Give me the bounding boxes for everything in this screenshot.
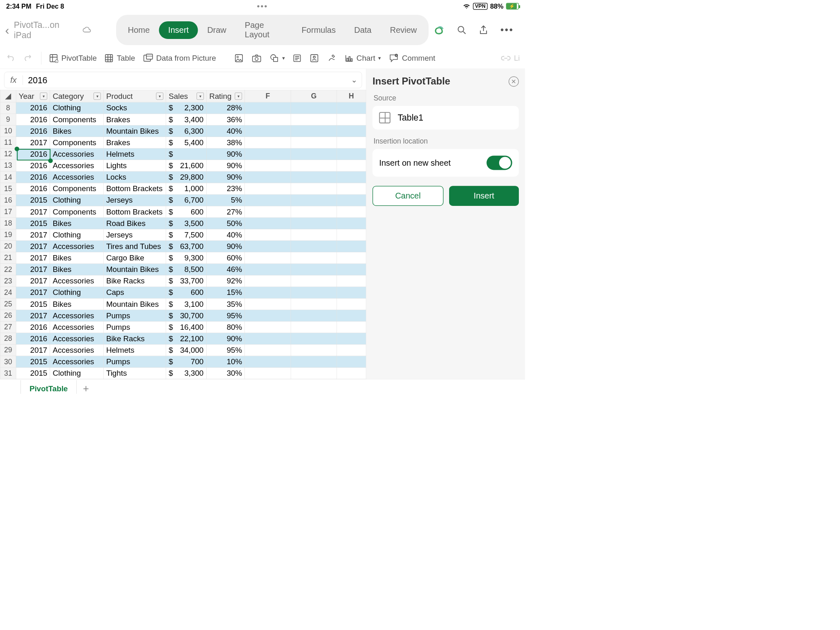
cell[interactable]: 2017 (16, 241, 50, 252)
cell[interactable] (291, 298, 337, 310)
close-icon[interactable]: ✕ (509, 76, 519, 87)
cell[interactable]: 40% (207, 125, 245, 137)
cell[interactable]: 2016 (16, 114, 50, 125)
cell[interactable]: Bikes (50, 125, 103, 137)
cell[interactable]: Jerseys (103, 194, 166, 206)
cell[interactable]: 30% (207, 368, 245, 379)
column-header-category[interactable]: Category▾ (50, 91, 103, 100)
cell[interactable]: $33,700 (166, 275, 207, 287)
cell[interactable] (337, 217, 366, 229)
shapes-button[interactable]: ▾ (269, 53, 285, 63)
cancel-button[interactable]: Cancel (372, 186, 443, 206)
cell[interactable] (245, 310, 291, 321)
cell[interactable] (245, 206, 291, 217)
column-header-product[interactable]: Product▾ (104, 91, 166, 100)
cell[interactable]: Clothing (50, 368, 103, 379)
cell[interactable]: 23% (207, 183, 245, 194)
cell[interactable]: Brakes (103, 137, 166, 148)
cell[interactable] (291, 287, 337, 298)
cell[interactable] (337, 310, 366, 321)
cell[interactable] (291, 125, 337, 137)
table-row[interactable]: 312015ClothingTights$3,30030% (0, 368, 366, 379)
cell[interactable] (291, 275, 337, 287)
row-header[interactable]: 20 (0, 241, 16, 252)
selection-handle-icon[interactable] (15, 147, 19, 151)
cell[interactable] (291, 241, 337, 252)
tab-page-layout[interactable]: Page Layout (235, 16, 292, 43)
cell[interactable]: Accessories (50, 333, 103, 345)
cell[interactable] (337, 368, 366, 379)
cell[interactable]: Mountain Bikes (103, 298, 166, 310)
sheet-tab-pivottable[interactable]: PivotTable (21, 380, 77, 394)
cell[interactable] (337, 241, 366, 252)
column-header-sales[interactable]: Sales▾ (166, 91, 206, 100)
table-row[interactable]: 102016BikesMountain Bikes$6,30040% (0, 125, 366, 137)
cell[interactable]: 90% (207, 171, 245, 183)
cell[interactable]: Mountain Bikes (103, 125, 166, 137)
selection-handle-icon[interactable] (48, 158, 53, 163)
grab-handle-icon[interactable]: ••• (257, 2, 268, 10)
column-header-rating[interactable]: Rating▾ (207, 91, 245, 100)
cell[interactable] (291, 102, 337, 114)
share-icon[interactable] (479, 25, 488, 35)
cell[interactable] (337, 125, 366, 137)
undo-button[interactable] (5, 53, 16, 63)
cell[interactable] (337, 252, 366, 264)
cell[interactable]: 60% (207, 252, 245, 264)
row-header[interactable]: 23 (0, 275, 16, 287)
cell[interactable] (337, 194, 366, 206)
cell[interactable] (245, 287, 291, 298)
cell[interactable]: $16,400 (166, 321, 207, 333)
cell[interactable]: $30,700 (166, 310, 207, 321)
cell[interactable]: 2017 (16, 287, 50, 298)
formula-bar[interactable]: fx 2016 ⌄ (4, 72, 362, 88)
cell[interactable] (291, 252, 337, 264)
cell[interactable]: Clothing (50, 102, 103, 114)
cell[interactable]: Components (50, 183, 103, 194)
cell[interactable]: 2017 (16, 206, 50, 217)
cell[interactable]: Mountain Bikes (103, 264, 166, 275)
tab-draw[interactable]: Draw (198, 21, 236, 39)
row-header[interactable]: 17 (0, 206, 16, 217)
cell[interactable] (291, 137, 337, 148)
source-selector[interactable]: Table1 (372, 106, 519, 130)
cell[interactable]: 5% (207, 194, 245, 206)
row-header[interactable]: 24 (0, 287, 16, 298)
cell[interactable]: 2016 (16, 160, 50, 171)
cell[interactable]: Components (50, 114, 103, 125)
table-row[interactable]: 112017ComponentsBrakes$5,40038% (0, 137, 366, 148)
cell[interactable] (245, 241, 291, 252)
cell[interactable]: Accessories (50, 160, 103, 171)
camera-button[interactable] (251, 53, 262, 63)
row-header[interactable]: 26 (0, 310, 16, 321)
cell[interactable]: 35% (207, 298, 245, 310)
copilot-icon[interactable] (433, 24, 445, 36)
cell[interactable]: 10% (207, 356, 245, 368)
table-row[interactable]: 212017BikesCargo Bike$9,30060% (0, 252, 366, 264)
cell[interactable] (291, 345, 337, 356)
row-header[interactable]: 21 (0, 252, 16, 264)
cell[interactable]: Clothing (50, 229, 103, 240)
cell[interactable]: Bottom Brackets (103, 183, 166, 194)
row-header[interactable]: 15 (0, 183, 16, 194)
cell[interactable] (291, 321, 337, 333)
cell[interactable]: Accessories (50, 310, 103, 321)
spreadsheet-grid[interactable]: ◢ Year▾ Category▾ Product▾ Sales▾ Rating… (0, 90, 366, 379)
column-header-h[interactable]: H (337, 90, 366, 102)
cell[interactable]: 2015 (16, 217, 50, 229)
cell[interactable]: 36% (207, 114, 245, 125)
search-icon[interactable] (457, 25, 467, 35)
cell[interactable] (337, 206, 366, 217)
table-row[interactable]: 162015ClothingJerseys$6,7005% (0, 194, 366, 206)
cell[interactable]: $3,500 (166, 217, 207, 229)
cell[interactable]: $6,700 (166, 194, 207, 206)
table-row[interactable]: 142016AccessoriesLocks$29,80090% (0, 171, 366, 183)
cell[interactable]: $29,800 (166, 171, 207, 183)
cell[interactable]: 2017 (16, 229, 50, 240)
cell[interactable]: Road Bikes (103, 217, 166, 229)
cell[interactable]: Bikes (50, 264, 103, 275)
cell[interactable] (291, 183, 337, 194)
table-row[interactable]: 132016AccessoriesLights$21,60090% (0, 160, 366, 171)
cell[interactable]: 90% (207, 148, 245, 160)
table-row[interactable]: 242017ClothingCaps$60015% (0, 287, 366, 298)
